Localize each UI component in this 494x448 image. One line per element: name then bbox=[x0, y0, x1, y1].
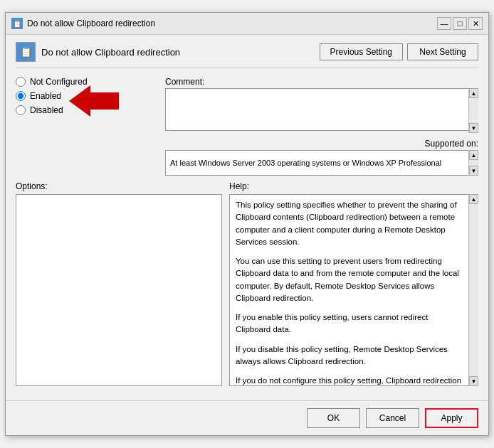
ok-button[interactable]: OK bbox=[307, 408, 360, 428]
help-para1: This policy setting specifies whether to… bbox=[236, 199, 465, 248]
close-button[interactable]: ✕ bbox=[468, 17, 483, 30]
supported-text: At least Windows Server 2003 operating s… bbox=[165, 150, 478, 176]
supported-wrapper: At least Windows Server 2003 operating s… bbox=[165, 150, 478, 176]
header-buttons: Previous Setting Next Setting bbox=[320, 43, 478, 60]
options-box bbox=[16, 194, 222, 386]
help-box: This policy setting specifies whether to… bbox=[229, 194, 478, 386]
radio-column: Not Configured Enabled Disabled bbox=[16, 77, 158, 176]
radio-disabled-label: Disabled bbox=[30, 105, 63, 115]
radio-disabled-input[interactable] bbox=[16, 105, 26, 115]
right-col: Comment: ▲ ▼ Supported on: At least Wind… bbox=[165, 77, 478, 176]
red-arrow bbox=[69, 85, 119, 117]
scroll-down-help[interactable]: ▼ bbox=[469, 376, 478, 386]
scroll-track-supported bbox=[469, 160, 478, 166]
help-section: Help: This policy setting specifies whet… bbox=[229, 181, 478, 386]
radio-group: Not Configured Enabled Disabled bbox=[16, 77, 158, 115]
scroll-up[interactable]: ▲ bbox=[469, 88, 478, 98]
scroll-track-help bbox=[469, 204, 478, 376]
content-area: 📋 Do not allow Clipboard redirection Pre… bbox=[6, 35, 488, 393]
supported-scrollbar: ▲ ▼ bbox=[468, 150, 478, 176]
header-row: 📋 Do not allow Clipboard redirection Pre… bbox=[16, 42, 478, 68]
help-scrollbar: ▲ ▼ bbox=[468, 194, 478, 386]
radio-enabled-label: Enabled bbox=[30, 91, 61, 101]
options-section: Options: bbox=[16, 181, 222, 386]
title-bar-left: 📋 Do not allow Clipboard redirection bbox=[11, 18, 155, 29]
supported-label: Supported on: bbox=[165, 139, 478, 149]
scroll-up-supported[interactable]: ▲ bbox=[469, 150, 478, 160]
comment-section: Comment: ▲ ▼ bbox=[165, 77, 478, 133]
help-para3: If you enable this policy setting, users… bbox=[236, 311, 465, 336]
header-icon: 📋 bbox=[16, 42, 36, 62]
scroll-up-help[interactable]: ▲ bbox=[469, 194, 478, 204]
help-wrapper: This policy setting specifies whether to… bbox=[229, 194, 478, 386]
apply-button[interactable]: Apply bbox=[425, 408, 478, 428]
help-para5: If you do not configure this policy sett… bbox=[236, 375, 465, 386]
next-setting-button[interactable]: Next Setting bbox=[407, 43, 478, 60]
help-para2: You can use this setting to prevent user… bbox=[236, 255, 465, 304]
comment-label: Comment: bbox=[165, 77, 478, 87]
previous-setting-button[interactable]: Previous Setting bbox=[320, 43, 403, 60]
main-window: 📋 Do not allow Clipboard redirection — □… bbox=[5, 12, 489, 436]
scroll-down-supported[interactable]: ▼ bbox=[469, 166, 478, 176]
window-icon: 📋 bbox=[11, 18, 23, 29]
maximize-button[interactable]: □ bbox=[453, 17, 467, 30]
cancel-button[interactable]: Cancel bbox=[366, 408, 419, 428]
scroll-down[interactable]: ▼ bbox=[469, 123, 478, 133]
options-label: Options: bbox=[16, 181, 222, 191]
window-title: Do not allow Clipboard redirection bbox=[27, 18, 155, 28]
title-controls: — □ ✕ bbox=[437, 17, 483, 30]
radio-enabled-input[interactable] bbox=[16, 91, 26, 101]
header-title-area: 📋 Do not allow Clipboard redirection bbox=[16, 42, 180, 62]
radio-not-configured-input[interactable] bbox=[16, 77, 26, 87]
help-para4: If you disable this policy setting, Remo… bbox=[236, 343, 465, 368]
options-help-section: Options: Help: This policy setting speci… bbox=[16, 181, 478, 386]
help-label: Help: bbox=[229, 181, 478, 191]
header-title: Do not allow Clipboard redirection bbox=[41, 47, 180, 58]
comment-scrollbar: ▲ ▼ bbox=[468, 88, 478, 133]
supported-section: Supported on: At least Windows Server 20… bbox=[165, 139, 478, 176]
footer: OK Cancel Apply bbox=[6, 400, 488, 435]
svg-marker-0 bbox=[69, 85, 119, 117]
comment-wrapper: ▲ ▼ bbox=[165, 88, 478, 133]
scroll-track-comment bbox=[469, 98, 478, 123]
title-bar: 📋 Do not allow Clipboard redirection — □… bbox=[6, 13, 488, 35]
minimize-button[interactable]: — bbox=[437, 17, 451, 30]
upper-section: Not Configured Enabled Disabled bbox=[16, 77, 478, 176]
comment-textarea[interactable] bbox=[165, 88, 478, 131]
